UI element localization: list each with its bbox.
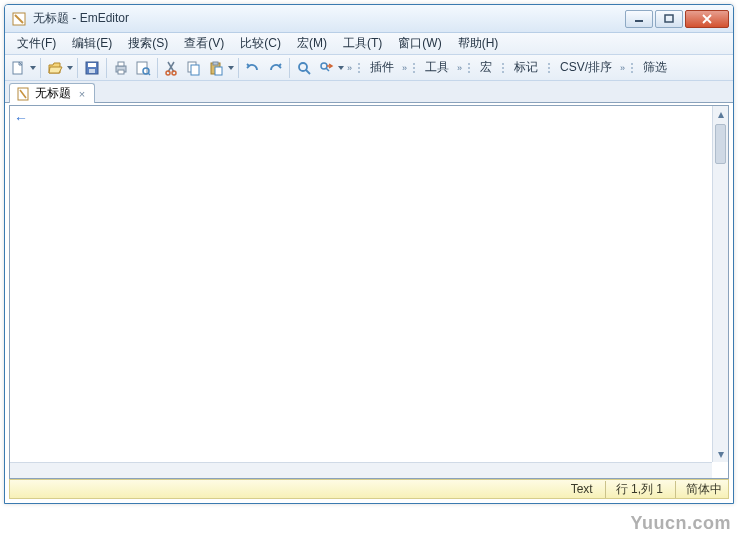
toolbar-grip[interactable] xyxy=(356,57,362,79)
svg-point-14 xyxy=(172,71,176,75)
toolbar: » 插件 » 工具 » 宏 标记 CSV/排序 » 筛选 xyxy=(5,55,733,81)
toolbar-grip[interactable] xyxy=(466,57,472,79)
svg-line-23 xyxy=(326,68,329,71)
redo-button[interactable] xyxy=(264,57,286,79)
separator xyxy=(238,58,239,78)
save-button[interactable] xyxy=(81,57,103,79)
svg-rect-6 xyxy=(89,69,95,73)
window-controls xyxy=(625,10,729,28)
svg-rect-16 xyxy=(191,65,199,75)
status-position: 行 1,列 1 xyxy=(605,481,663,498)
svg-rect-8 xyxy=(118,62,124,66)
scroll-thumb[interactable] xyxy=(715,124,726,164)
vertical-scrollbar[interactable]: ▴ ▾ xyxy=(712,106,728,462)
separator xyxy=(106,58,107,78)
find-button[interactable] xyxy=(293,57,315,79)
tab-bar: 无标题 × xyxy=(5,81,733,103)
open-file-button[interactable] xyxy=(44,57,66,79)
paste-button[interactable] xyxy=(205,57,227,79)
csv-overflow[interactable]: » xyxy=(618,63,627,73)
toolbar-grip[interactable] xyxy=(629,57,635,79)
separator xyxy=(289,58,290,78)
new-file-dropdown[interactable] xyxy=(29,66,37,70)
copy-button[interactable] xyxy=(183,57,205,79)
toolbar-group-plugins[interactable]: 插件 xyxy=(364,59,400,76)
app-window: 无标题 - EmEditor 文件(F) 编辑(E) 搜索(S) 查看(V) 比… xyxy=(4,4,734,504)
print-preview-button[interactable] xyxy=(132,57,154,79)
menu-compare[interactable]: 比较(C) xyxy=(232,33,289,54)
svg-point-13 xyxy=(166,71,170,75)
tab-label: 无标题 xyxy=(35,85,71,102)
window-title: 无标题 - EmEditor xyxy=(33,10,625,27)
toolbar-group-macro[interactable]: 宏 xyxy=(474,59,498,76)
menu-macro[interactable]: 宏(M) xyxy=(289,33,335,54)
menu-view[interactable]: 查看(V) xyxy=(176,33,232,54)
print-button[interactable] xyxy=(110,57,132,79)
toolbar-grip[interactable] xyxy=(411,57,417,79)
svg-point-20 xyxy=(299,63,307,71)
paste-dropdown[interactable] xyxy=(227,66,235,70)
app-icon xyxy=(11,11,27,27)
svg-line-12 xyxy=(148,73,150,75)
separator xyxy=(157,58,158,78)
menu-bar: 文件(F) 编辑(E) 搜索(S) 查看(V) 比较(C) 宏(M) 工具(T)… xyxy=(5,33,733,55)
watermark: Yuucn.com xyxy=(630,513,731,534)
plugins-overflow[interactable]: » xyxy=(400,63,409,73)
status-encoding: 简体中 xyxy=(675,481,722,498)
menu-tools[interactable]: 工具(T) xyxy=(335,33,390,54)
toolbar-grip[interactable] xyxy=(546,57,552,79)
horizontal-scrollbar[interactable] xyxy=(10,462,712,478)
menu-help[interactable]: 帮助(H) xyxy=(450,33,507,54)
separator xyxy=(77,58,78,78)
status-mode: Text xyxy=(571,482,593,496)
scroll-down-button[interactable]: ▾ xyxy=(713,446,728,462)
separator xyxy=(40,58,41,78)
title-bar: 无标题 - EmEditor xyxy=(5,5,733,33)
toolbar-group-filter[interactable]: 筛选 xyxy=(637,59,673,76)
line-wrap-indicator-icon: ← xyxy=(14,110,28,126)
tools-overflow[interactable]: » xyxy=(455,63,464,73)
svg-rect-18 xyxy=(213,62,218,65)
toolbar-group-marks[interactable]: 标记 xyxy=(508,59,544,76)
scroll-up-button[interactable]: ▴ xyxy=(713,106,728,122)
toolbar-group-csv[interactable]: CSV/排序 xyxy=(554,59,618,76)
close-button[interactable] xyxy=(685,10,729,28)
document-tab[interactable]: 无标题 × xyxy=(9,83,95,103)
toolbar-group-tools[interactable]: 工具 xyxy=(419,59,455,76)
undo-button[interactable] xyxy=(242,57,264,79)
open-file-dropdown[interactable] xyxy=(66,66,74,70)
svg-rect-9 xyxy=(118,70,124,74)
cut-button[interactable] xyxy=(161,57,183,79)
menu-file[interactable]: 文件(F) xyxy=(9,33,64,54)
menu-search[interactable]: 搜索(S) xyxy=(120,33,176,54)
svg-rect-2 xyxy=(665,15,673,22)
menu-edit[interactable]: 编辑(E) xyxy=(64,33,120,54)
svg-line-21 xyxy=(306,70,310,74)
maximize-button[interactable] xyxy=(655,10,683,28)
toolbar-overflow[interactable]: » xyxy=(345,63,354,73)
document-icon xyxy=(16,87,30,101)
status-bar: Text 行 1,列 1 简体中 xyxy=(9,479,729,499)
tab-close-button[interactable]: × xyxy=(76,88,88,100)
editor-area[interactable]: ← ▴ ▾ xyxy=(9,105,729,479)
svg-rect-5 xyxy=(88,63,96,67)
find-dropdown[interactable] xyxy=(337,66,345,70)
menu-window[interactable]: 窗口(W) xyxy=(390,33,449,54)
minimize-button[interactable] xyxy=(625,10,653,28)
new-file-button[interactable] xyxy=(7,57,29,79)
replace-button[interactable] xyxy=(315,57,337,79)
toolbar-grip[interactable] xyxy=(500,57,506,79)
svg-rect-19 xyxy=(215,67,222,75)
